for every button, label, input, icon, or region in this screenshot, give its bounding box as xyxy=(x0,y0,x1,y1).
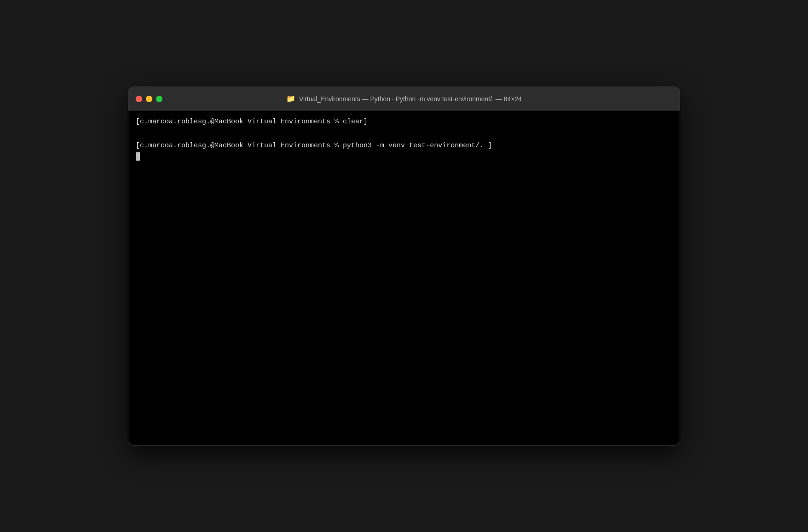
command-2: python3 -m venv test-environment/. xyxy=(339,140,484,151)
window-title-text: Virtual_Environments — Python · Python -… xyxy=(299,95,522,103)
title-bar: 📁 Virtual_Environments — Python · Python… xyxy=(128,87,680,111)
bracket-close-1: ] xyxy=(364,116,368,127)
close-button[interactable] xyxy=(136,96,142,102)
traffic-lights xyxy=(136,96,162,102)
cursor-line xyxy=(136,152,672,161)
terminal-cursor xyxy=(136,152,140,161)
prompt-2: c.marcoa.roblesg.@MacBook Virtual_Enviro… xyxy=(140,140,339,151)
command-1: clear xyxy=(339,116,364,127)
bracket-open-2: [ xyxy=(136,140,140,151)
terminal-content[interactable]: [c.marcoa.roblesg.@MacBook Virtual_Envir… xyxy=(128,111,680,445)
folder-icon: 📁 xyxy=(286,94,295,103)
terminal-window: 📁 Virtual_Environments — Python · Python… xyxy=(128,87,680,445)
prompt-1: c.marcoa.roblesg.@MacBook Virtual_Enviro… xyxy=(140,116,339,127)
maximize-button[interactable] xyxy=(156,96,162,102)
terminal-line-1: [c.marcoa.roblesg.@MacBook Virtual_Envir… xyxy=(136,116,672,127)
window-title: 📁 Virtual_Environments — Python · Python… xyxy=(286,94,522,103)
bracket-open-1: [ xyxy=(136,116,140,127)
bracket-close-2: ] xyxy=(484,140,492,151)
minimize-button[interactable] xyxy=(146,96,152,102)
terminal-line-2: [c.marcoa.roblesg.@MacBook Virtual_Envir… xyxy=(136,140,672,151)
empty-line xyxy=(136,128,672,139)
